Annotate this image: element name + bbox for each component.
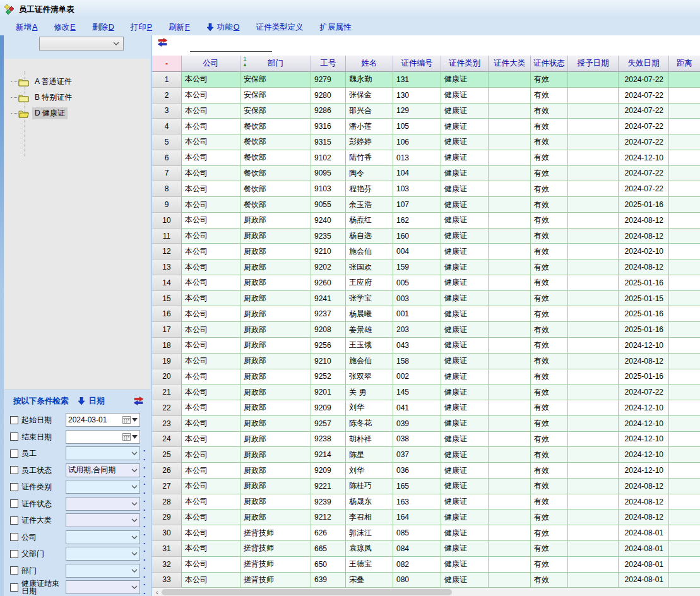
column-header-部门[interactable]: 部门1▲: [240, 56, 311, 72]
column-header-证件类别[interactable]: 证件类别: [441, 56, 489, 72]
checkbox-部门[interactable]: [10, 566, 18, 575]
checkbox-父部门[interactable]: [10, 550, 18, 558]
filter-row-员工: 员工. .: [4, 445, 150, 462]
column-header-工号[interactable]: 工号: [311, 56, 346, 72]
table-row[interactable]: 25本公司厨政部9214陈星037健康证有效2024-12-10: [152, 447, 700, 463]
toolbar-button-刷新[interactable]: 刷新F: [169, 22, 190, 33]
column-header-距离[interactable]: 距离: [669, 56, 700, 72]
calendar-picker[interactable]: [122, 416, 138, 424]
table-row[interactable]: 5本公司餐饮部9315彭婷婷106健康证有效2024-07-22: [152, 134, 700, 150]
table-row[interactable]: 15本公司厨政部9241张学宝003健康证有效2025-01-15: [152, 291, 700, 307]
more-options-dots[interactable]: . .: [143, 444, 150, 462]
checkbox-证件类别[interactable]: [10, 483, 18, 491]
column-header-授予日期[interactable]: 授予日期: [568, 56, 619, 72]
toolbar-button-删除[interactable]: 删除D: [92, 22, 114, 33]
checkbox-起始日期[interactable]: [10, 416, 18, 424]
table-row[interactable]: 17本公司厨政部9208姜景雄203健康证有效2025-01-16: [152, 322, 700, 338]
table-row[interactable]: 6本公司餐饮部9102陆竹香013健康证有效2024-12-10: [152, 150, 700, 166]
toolbar-button-证件类型定义[interactable]: 证件类型定义: [256, 22, 303, 33]
combobox-证件大类[interactable]: [66, 513, 140, 527]
swap-arrows-icon[interactable]: [133, 396, 144, 405]
checkbox-结束日期[interactable]: [10, 432, 18, 441]
table-row[interactable]: 29本公司厨政部9212李召相164健康证有效2024-08-12: [152, 510, 700, 525]
toolbar-button-修改[interactable]: 修改E: [54, 22, 75, 33]
table-row[interactable]: 4本公司餐饮部9316潘小莲105健康证有效2024-07-22: [152, 119, 700, 134]
table-row[interactable]: 18本公司厨政部9256王玉饿043健康证有效2024-12-10: [152, 338, 700, 354]
table-row[interactable]: 32本公司搓背技师650王德宝082健康证有效2024-08-01: [152, 557, 700, 573]
table-row[interactable]: 23本公司厨政部9257陈冬花039健康证有效2024-12-10: [152, 416, 700, 432]
more-options-dots[interactable]: . .: [143, 511, 150, 529]
tree-item-A 普通证件[interactable]: A 普通证件: [18, 74, 150, 90]
checkbox-员工状态[interactable]: [10, 466, 18, 474]
table-row[interactable]: 2本公司安保部9280张保金130健康证有效2024-07-22: [152, 88, 700, 104]
horizontal-scrollbar[interactable]: ‹: [152, 588, 700, 596]
date-field-结束日期[interactable]: [66, 430, 140, 444]
more-options-dots[interactable]: . .: [143, 545, 150, 563]
toolbar-button-扩展属性[interactable]: 扩展属性: [319, 22, 351, 33]
table-row[interactable]: 11本公司厨政部9235杨自选160健康证有效2024-08-12: [152, 229, 700, 244]
checkbox-证件状态[interactable]: [10, 499, 18, 508]
table-row[interactable]: 10本公司厨政部9240杨焘红162健康证有效2024-08-12: [152, 213, 700, 229]
down-arrow-icon[interactable]: [78, 397, 85, 405]
table-row[interactable]: 8本公司餐饮部9103程艳芬103健康证有效2024-07-22: [152, 181, 700, 197]
combobox-健康证结束日期[interactable]: [66, 580, 140, 594]
table-row[interactable]: 19本公司厨政部9210施会仙158健康证有效2024-08-12: [152, 354, 700, 369]
toolbar-button-功能[interactable]: 功能O: [206, 22, 240, 33]
toolbar-button-打印[interactable]: 打印P: [131, 22, 152, 33]
table-row[interactable]: 31本公司搓背技师665袁琼凤084健康证有效2024-08-01: [152, 541, 700, 557]
combobox-员工[interactable]: [66, 446, 140, 460]
table-row[interactable]: 1本公司安保部9279魏永勤131健康证有效2024-07-22: [152, 72, 700, 88]
quick-find-input[interactable]: [190, 40, 272, 52]
table-row[interactable]: 27本公司厨政部9221陈桂巧165健康证有效2024-08-12: [152, 479, 700, 494]
column-header-失效日期[interactable]: 失效日期: [619, 56, 669, 72]
table-row[interactable]: 3本公司安保部9286邵兴合129健康证有效2024-07-22: [152, 104, 700, 119]
column-header-num[interactable]: -: [152, 56, 182, 72]
sidebar-top-combobox[interactable]: [39, 37, 124, 51]
scroll-left-arrow-icon[interactable]: ‹: [153, 588, 161, 596]
more-options-dots[interactable]: . .: [143, 578, 150, 596]
checkbox-公司[interactable]: [10, 533, 18, 541]
table-row[interactable]: 30本公司搓背技师626郭沫江085健康证有效2024-08-01: [152, 525, 700, 541]
table-row[interactable]: 7本公司餐饮部9095陶令104健康证有效2024-07-22: [152, 166, 700, 182]
date-field-起始日期[interactable]: 2024-03-01: [66, 413, 140, 427]
more-options-dots[interactable]: . .: [143, 528, 150, 546]
swap-arrows-icon[interactable]: [157, 38, 168, 47]
combobox-员工状态[interactable]: 试用期,合同期: [66, 463, 140, 477]
filter-sort-label[interactable]: 日期: [89, 396, 105, 407]
checkbox-健康证结束日期[interactable]: [10, 583, 18, 592]
column-header-姓名[interactable]: 姓名: [346, 56, 393, 72]
column-header-证件编号[interactable]: 证件编号: [393, 56, 441, 72]
tree-item-B 特别证件[interactable]: B 特别证件: [18, 90, 150, 105]
table-row[interactable]: 12本公司厨政部9210施会仙004健康证有效2024-02-10: [152, 244, 700, 259]
checkbox-证件大类[interactable]: [10, 516, 18, 525]
table-row[interactable]: 33本公司搓背技师639宋叠080健康证有效2024-08-01: [152, 573, 700, 588]
table-row[interactable]: 13本公司厨政部9202张国欢159健康证有效2024-08-12: [152, 259, 700, 275]
table-row[interactable]: 21本公司厨政部9201关 勇145健康证有效2024-07-22: [152, 384, 700, 400]
combobox-证件类别[interactable]: [66, 480, 140, 494]
table-row[interactable]: 16本公司厨政部9237杨晨曦001健康证有效2025-01-16: [152, 306, 700, 322]
calendar-picker[interactable]: [122, 433, 138, 441]
column-header-证件大类[interactable]: 证件大类: [489, 56, 531, 72]
more-options-dots[interactable]: . .: [143, 478, 150, 496]
table-row[interactable]: 24本公司厨政部9238胡朴祥038健康证有效2024-12-10: [152, 432, 700, 448]
combobox-父部门[interactable]: [66, 547, 140, 561]
table-row[interactable]: 28本公司厨政部9239杨晟东163健康证有效2024-08-12: [152, 494, 700, 510]
combobox-公司[interactable]: [66, 530, 140, 544]
table-row[interactable]: 22本公司厨政部9209刘华041健康证有效2024-12-10: [152, 400, 700, 416]
combobox-部门[interactable]: [66, 564, 140, 578]
more-options-dots[interactable]: . .: [143, 495, 150, 513]
column-header-证件状态[interactable]: 证件状态: [531, 56, 568, 72]
combobox-证件状态[interactable]: [66, 497, 140, 511]
checkbox-员工[interactable]: [10, 450, 18, 458]
scrollbar-thumb[interactable]: [162, 589, 452, 595]
more-options-dots[interactable]: . .: [143, 462, 150, 479]
table-row[interactable]: 26本公司厨政部9209刘华036健康证有效2024-12-10: [152, 463, 700, 479]
more-options-dots[interactable]: . .: [143, 562, 150, 580]
table-row[interactable]: 20本公司厨政部9252张双翠002健康证有效2025-01-16: [152, 369, 700, 385]
table-row[interactable]: 14本公司厨政部9260王应府005健康证有效2025-01-16: [152, 275, 700, 291]
toolbar-button-新增[interactable]: 新增A: [16, 22, 37, 33]
column-header-公司[interactable]: 公司: [182, 56, 240, 72]
tree-item-D 健康证[interactable]: D 健康证: [18, 105, 150, 121]
filter-row-起始日期: 起始日期2024-03-01: [4, 412, 150, 429]
table-row[interactable]: 9本公司餐饮部9055余玉浩107健康证有效2025-01-16: [152, 197, 700, 213]
